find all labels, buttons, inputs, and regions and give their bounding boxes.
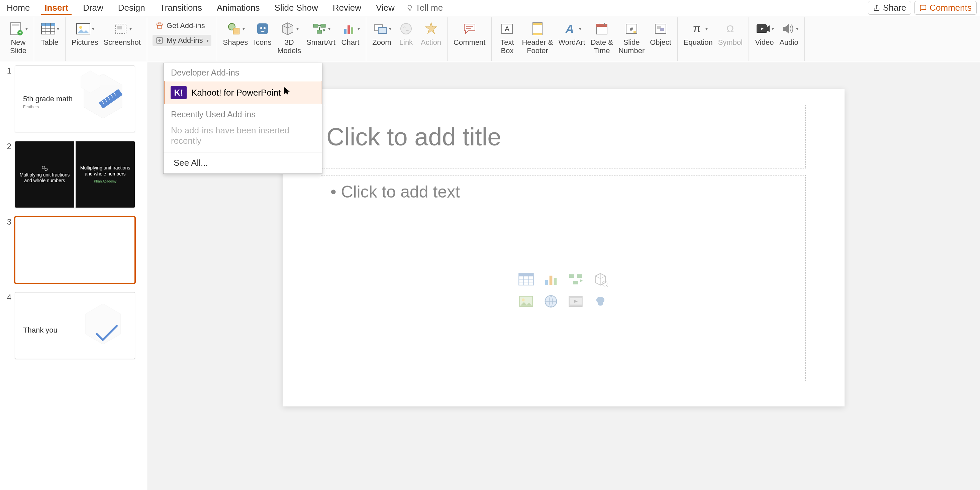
svg-rect-1 [12,24,19,26]
tab-transitions[interactable]: Transitions [156,1,205,15]
no-recent-addins-text: No add-ins have been inserted recently [164,122,322,152]
slide-thumbnail-panel: 1 5th grade math Feathers 2 Multiplying … [0,62,147,490]
thumb1-subtitle: Feathers [23,105,39,109]
table-button[interactable]: ▾ Table [37,17,62,48]
get-addins-label: Get Add-ins [167,21,205,30]
zoom-icon [372,21,388,37]
comment-button[interactable]: Comment [451,17,488,48]
icons-label: Icons [254,38,272,46]
action-button: Action [418,17,444,48]
group-text: A Text Box Header & Footer A▾ WordArt Da… [492,17,677,61]
link-button: Link [394,17,418,48]
slide-number-label: Slide Number [619,38,644,55]
insert-table-icon[interactable] [515,270,537,289]
tab-animations[interactable]: Animations [213,1,263,15]
action-label: Action [421,38,441,46]
svg-rect-66 [569,304,582,306]
group-illustrations: ▾ Shapes Icons ▾ 3D Models ▾ SmartArt ▾ … [217,17,366,61]
svg-rect-65 [569,296,582,298]
my-addins-button[interactable]: My Add-ins ▾ [153,35,212,46]
chart-button[interactable]: ▾ Chart [338,17,363,48]
comment-icon [461,21,477,37]
svg-rect-34 [633,31,636,33]
slide-thumb-2[interactable]: Multiplying unit fractions and whole num… [15,141,135,208]
svg-rect-8 [118,26,122,29]
insert-3d-icon[interactable] [590,270,611,289]
screenshot-icon [113,21,129,37]
slide-thumb-1[interactable]: 5th grade math Feathers [15,65,135,132]
new-slide-button[interactable]: ▾ New Slide [6,17,30,57]
slide-thumb-4[interactable]: Thank you [15,292,135,359]
3d-models-button[interactable]: ▾ 3D Models [275,17,304,57]
zoom-button[interactable]: ▾ Zoom [369,17,394,48]
svg-text:A: A [565,22,574,35]
pictures-button[interactable]: ▾ Pictures [69,17,101,48]
svg-point-62 [522,298,525,301]
group-addins: Get Add-ins My Add-ins ▾ [147,17,217,61]
equation-button[interactable]: π▾ Equation [681,17,716,48]
insert-picture-icon[interactable] [515,292,537,311]
insert-chart-icon[interactable] [540,270,562,289]
title-placeholder[interactable]: Click to add title [321,105,806,168]
thumb-number-4: 4 [3,292,11,302]
see-all-addins-button[interactable]: See All... [164,152,322,173]
my-addins-label: My Add-ins [167,36,203,45]
svg-rect-53 [519,273,533,276]
new-slide-label: New Slide [10,38,26,55]
content-placeholder[interactable]: • Click to add text [321,175,806,381]
picture-icon [75,21,91,37]
svg-rect-20 [351,27,353,34]
thumb-row-4: 4 Thank you [3,292,147,359]
chart-icon [341,21,357,37]
zoom-label: Zoom [372,38,391,46]
group-tables: ▾ Table [34,17,65,61]
tab-view[interactable]: View [372,1,398,15]
tab-review[interactable]: Review [329,1,364,15]
tab-slideshow[interactable]: Slide Show [271,1,321,15]
smartart-icon [312,21,328,37]
insert-video-icon[interactable] [565,292,586,311]
screenshot-button[interactable]: ▾ Screenshot [101,17,143,48]
tab-draw[interactable]: Draw [80,1,107,15]
wordart-button[interactable]: A▾ WordArt [555,17,588,48]
textbox-icon: A [499,21,515,37]
slide-number-icon: # [624,21,640,37]
kahoot-addin-item[interactable]: K! Kahoot! for PowerPoint [164,81,321,104]
wordart-label: WordArt [558,38,585,46]
header-footer-button[interactable]: Header & Footer [519,17,555,57]
svg-rect-12 [257,24,268,34]
svg-rect-55 [549,276,552,285]
svg-rect-31 [597,24,607,27]
date-time-button[interactable]: Date & Time [588,17,616,57]
share-button[interactable]: Share [868,1,911,15]
developer-addins-header: Developer Add-ins [164,63,322,80]
insert-online-picture-icon[interactable] [540,292,562,311]
svg-rect-15 [313,24,318,27]
insert-smartart-icon[interactable] [565,270,586,289]
slide-canvas[interactable]: Click to add title • Click to add text [283,89,845,406]
icons-button[interactable]: Icons [251,17,275,48]
smartart-button[interactable]: ▾ SmartArt [304,17,338,48]
svg-point-50 [45,168,48,171]
get-addins-button[interactable]: Get Add-ins [153,20,212,32]
tab-insert[interactable]: Insert [41,1,72,15]
tab-design[interactable]: Design [115,1,148,15]
slide-number-button[interactable]: # Slide Number [616,17,647,57]
tab-home[interactable]: Home [3,1,33,15]
insert-icon-icon[interactable] [590,292,611,311]
video-button[interactable]: ▾ Video [752,17,776,48]
object-button[interactable]: Object [647,17,674,48]
shapes-button[interactable]: ▾ Shapes [220,17,251,48]
slide-thumb-3[interactable] [15,217,135,284]
thumb-row-2: 2 Multiplying unit fractions and whole n… [3,141,147,208]
thumb1-title: 5th grade math [23,95,73,103]
comments-button[interactable]: Comments [915,1,977,15]
tell-me-search[interactable]: Tell me [406,3,443,13]
audio-button[interactable]: ▾ Audio [776,17,801,48]
chart-label: Chart [342,38,360,46]
ruler-icon [95,83,126,113]
svg-point-49 [42,166,45,169]
textbox-button[interactable]: A Text Box [495,17,519,57]
screenshot-label: Screenshot [103,38,140,46]
group-media: ▾ Video ▾ Audio [749,17,805,61]
